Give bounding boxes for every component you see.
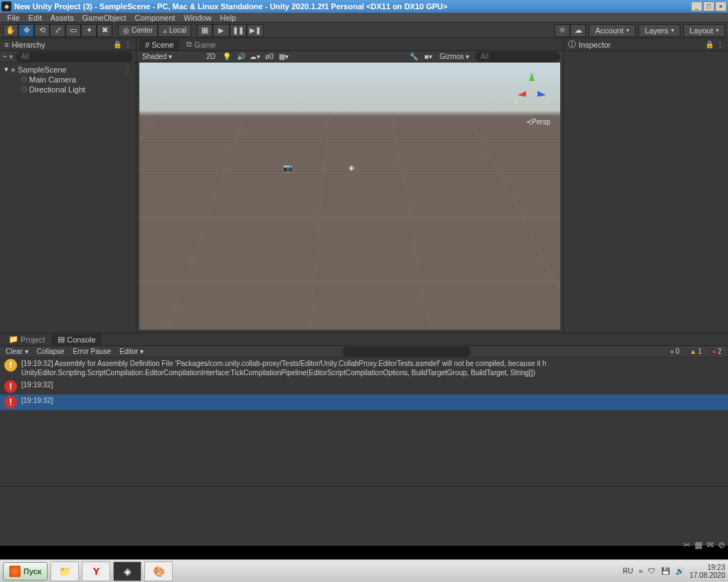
create-dropdown[interactable]: + ▾ <box>3 53 13 60</box>
tray-volume-icon[interactable]: 🔊 <box>675 567 684 575</box>
play-button[interactable]: ▶ <box>213 24 230 37</box>
menu-edit[interactable]: Edit <box>24 14 46 22</box>
tools-icon[interactable]: 🔧 <box>408 53 419 60</box>
log-row[interactable]: ! [19:19:32] <box>0 379 728 394</box>
menu-assets[interactable]: Assets <box>46 14 78 22</box>
menu-gameobject[interactable]: GameObject <box>78 14 131 22</box>
step-button[interactable]: ▶❚ <box>247 24 264 37</box>
scene-menu-icon[interactable]: ⋮ <box>124 65 132 73</box>
hierarchy-search-input[interactable] <box>16 52 133 62</box>
inspector-menu-icon[interactable]: ⋮ <box>717 41 724 48</box>
start-button[interactable]: Пуск <box>3 562 48 581</box>
fx-icon[interactable]: ☁▾ <box>250 53 261 60</box>
audio-icon[interactable]: 🔊 <box>235 53 247 60</box>
foldout-icon[interactable]: ▾ <box>4 65 9 74</box>
tray-expand-icon[interactable]: « <box>638 567 643 575</box>
scale-tool[interactable]: ⤢ <box>50 24 65 37</box>
scene-row[interactable]: ▾ ◈ SampleScene ⋮ <box>0 64 136 75</box>
collab-icon[interactable]: ⚛ <box>555 24 570 37</box>
unity-icon: ◈ <box>1 1 11 11</box>
mode-2d-toggle[interactable]: 2D <box>203 53 218 60</box>
shading-dropdown[interactable]: Shaded ▾ <box>139 53 175 60</box>
tray-icon[interactable]: ⊘ <box>718 540 725 550</box>
bottom-panel: 📁Project ▤Console Clear ▾ Collapse Error… <box>0 333 728 546</box>
collapse-button[interactable]: Collapse <box>34 347 68 355</box>
menu-component[interactable]: Component <box>130 14 179 22</box>
scene-search-input[interactable] <box>475 52 560 62</box>
editor-dropdown[interactable]: Editor ▾ <box>117 347 146 355</box>
svg-point-3 <box>527 85 537 95</box>
tray-icon[interactable]: 💾 <box>661 567 670 575</box>
pivot-toggle[interactable]: ◎Center <box>118 24 158 37</box>
taskbar-explorer-icon[interactable]: 📁 <box>50 561 79 581</box>
info-counter[interactable]: ●0 <box>666 347 683 357</box>
warning-counter[interactable]: ▲1 <box>686 347 705 357</box>
error-counter[interactable]: ●2 <box>708 347 725 357</box>
tray-icon[interactable]: ▦ <box>695 540 702 550</box>
window-titlebar: ◈ New Unity Project (3) - SampleScene - … <box>0 0 728 13</box>
camera-settings-icon[interactable]: ■▾ <box>422 53 434 60</box>
warning-icon: ! <box>4 359 17 372</box>
light-icon[interactable]: 💡 <box>221 53 232 60</box>
pause-button[interactable]: ❚❚ <box>230 24 247 37</box>
hierarchy-tree: ▾ ◈ SampleScene ⋮ ⬡ Main Camera ⬡ Direct… <box>0 63 136 333</box>
menu-file[interactable]: File <box>3 14 24 22</box>
svg-text:y: y <box>530 70 534 72</box>
clear-button[interactable]: Clear ▾ <box>3 347 31 355</box>
tray-icon[interactable]: 🛡 <box>648 567 655 575</box>
lock-icon[interactable]: 🔒 <box>113 41 122 48</box>
taskbar-clock[interactable]: 19:23 17.08.2020 <box>690 564 725 579</box>
layout-dropdown[interactable]: Layout <box>683 24 725 37</box>
maximize-button[interactable]: □ <box>703 1 714 11</box>
log-row[interactable]: ! [19:19:32] Assembly for Assembly Defin… <box>0 357 728 379</box>
orientation-gizmo[interactable]: x y z <box>510 70 553 112</box>
gizmos-dropdown[interactable]: Gizmos ▾ <box>437 53 472 60</box>
svg-text:x: x <box>515 98 518 105</box>
tab-game[interactable]: ⧉Game <box>181 39 221 50</box>
snap-toggle[interactable]: ▦ <box>197 24 213 37</box>
center-panel: #Scene ⧉Game Shaded ▾ 2D 💡 🔊 ☁▾ ø0 ▦▾ 🔧 … <box>136 38 563 333</box>
transform-tool[interactable]: ✦ <box>81 24 97 37</box>
error-pause-button[interactable]: Error Pause <box>70 347 114 355</box>
rect-tool[interactable]: ▭ <box>65 24 81 37</box>
space-toggle[interactable]: ⟁Local <box>158 24 191 37</box>
taskbar-yandex-icon[interactable]: Y <box>82 561 110 581</box>
grid-icon[interactable]: ▦▾ <box>278 53 289 60</box>
hierarchy-menu-icon[interactable]: ⋮ <box>124 41 132 48</box>
main-toolbar: ✋ ✥ ⟲ ⤢ ▭ ✦ ✖ ◎Center ⟁Local ▦ ▶ ❚❚ ▶❚ ⚛… <box>0 23 728 38</box>
scene-viewport[interactable]: 📷 ☀ x y z ≺Persp <box>139 63 560 330</box>
window-title: New Unity Project (3) - SampleScene - PC… <box>14 2 691 11</box>
camera-gizmo-icon[interactable]: 📷 <box>283 163 293 173</box>
tray-icon[interactable]: ✂ <box>683 540 690 550</box>
menu-bar: File Edit Assets GameObject Component Wi… <box>0 13 728 23</box>
list-item[interactable]: ⬡ Directional Light <box>0 85 136 95</box>
console-search-input[interactable] <box>343 347 471 357</box>
scene-toolbar: Shaded ▾ 2D 💡 🔊 ☁▾ ø0 ▦▾ 🔧 ■▾ Gizmos ▾ <box>136 51 563 63</box>
tab-project[interactable]: 📁Project <box>3 334 50 345</box>
cloud-icon[interactable]: ☁ <box>570 24 586 37</box>
rotate-tool[interactable]: ⟲ <box>34 24 50 37</box>
menu-help[interactable]: Help <box>215 14 240 22</box>
layers-dropdown[interactable]: Layers <box>638 24 680 37</box>
tab-scene[interactable]: #Scene <box>139 39 179 50</box>
tray-icon[interactable]: ✉ <box>707 540 714 550</box>
move-tool[interactable]: ✥ <box>18 24 34 37</box>
tab-console[interactable]: ▤Console <box>52 334 101 345</box>
error-icon: ! <box>4 380 17 393</box>
menu-window[interactable]: Window <box>179 14 215 22</box>
taskbar-unity-icon[interactable]: ◈ <box>113 561 141 581</box>
hidden-icon[interactable]: ø0 <box>264 53 275 60</box>
lock-icon[interactable]: 🔒 <box>705 41 714 48</box>
taskbar-paint-icon[interactable]: 🎨 <box>144 561 173 581</box>
perspective-label[interactable]: ≺Persp <box>526 118 550 126</box>
language-indicator[interactable]: RU <box>623 567 633 575</box>
close-button[interactable]: × <box>715 1 727 11</box>
custom-tool[interactable]: ✖ <box>97 24 112 37</box>
list-item[interactable]: ⬡ Main Camera <box>0 75 136 85</box>
editor-tray: ✂ ▦ ✉ ⊘ <box>683 540 725 550</box>
log-row[interactable]: ! [19:19:32] <box>0 394 728 410</box>
account-dropdown[interactable]: Account <box>589 24 636 37</box>
minimize-button[interactable]: _ <box>691 1 702 11</box>
hand-tool[interactable]: ✋ <box>3 24 18 37</box>
light-gizmo-icon[interactable]: ☀ <box>348 163 355 173</box>
